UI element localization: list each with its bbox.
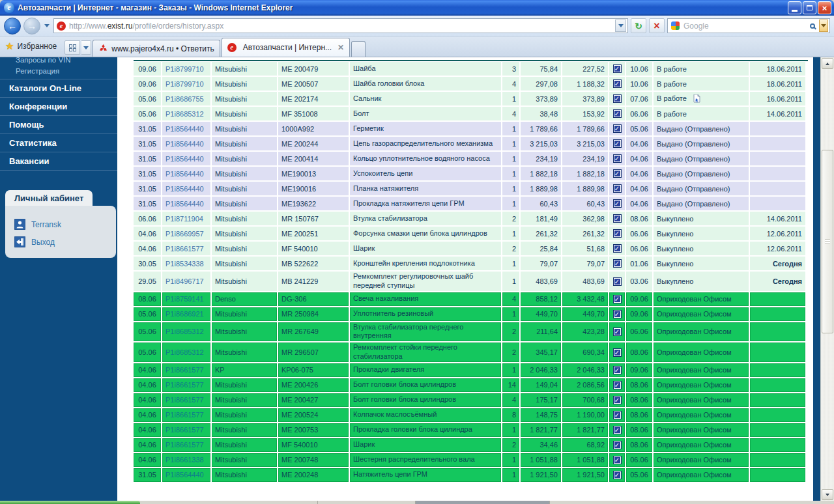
tab-autoparts[interactable]: Автозапчасти | Интерн... ✕ xyxy=(222,38,350,57)
sidebar-item-vin-requests[interactable]: Запросы по VIN xyxy=(0,57,117,66)
back-button[interactable]: ← xyxy=(4,18,21,35)
row-checkbox[interactable] xyxy=(613,184,622,193)
order-number-link[interactable]: P1i8564440 xyxy=(165,155,204,163)
row-checkbox[interactable] xyxy=(613,154,622,163)
order-number-link[interactable]: P1i8496717 xyxy=(165,277,204,285)
sidebar-item-statistics[interactable]: Статистика xyxy=(0,136,117,150)
search-box[interactable]: Google xyxy=(667,18,830,33)
sidebar-item-registration[interactable]: Регистрация xyxy=(0,66,117,77)
row-checkbox[interactable] xyxy=(613,244,622,253)
row-checkbox[interactable] xyxy=(613,328,622,336)
logout-link[interactable]: Выход xyxy=(14,236,116,247)
order-number-link[interactable]: P1i8799710 xyxy=(165,65,204,73)
user-profile-link[interactable]: Terransk xyxy=(14,219,116,230)
order-number-link[interactable]: P1i8661577 xyxy=(165,426,204,434)
close-button[interactable]: × xyxy=(818,1,831,14)
order-number-link[interactable]: P1i8686921 xyxy=(165,310,204,318)
sidebar-item-catalogs[interactable]: Каталоги On-Line xyxy=(0,81,117,95)
row-checkbox[interactable] xyxy=(613,124,622,133)
order-number-link[interactable]: P1i8685312 xyxy=(165,348,204,356)
sidebar-item-conferences[interactable]: Конференции xyxy=(0,100,117,113)
row-checkbox[interactable] xyxy=(613,64,622,73)
forward-button[interactable]: → xyxy=(23,18,40,35)
scroll-up-button[interactable] xyxy=(822,58,833,69)
search-options-button[interactable] xyxy=(819,20,828,32)
cell-ready-date xyxy=(750,438,805,452)
taskbar-button[interactable] xyxy=(317,501,415,504)
row-checkbox[interactable] xyxy=(613,259,622,268)
order-number-link[interactable]: P1i8564440 xyxy=(165,140,204,148)
order-number-link[interactable]: P1i8564440 xyxy=(165,471,204,479)
refresh-button[interactable]: ↻ xyxy=(631,18,646,33)
order-number-link[interactable]: P1i8564440 xyxy=(165,170,204,178)
new-tab-stub[interactable] xyxy=(351,41,366,57)
scrollbar-grip-icon xyxy=(825,239,830,244)
favorites-star-icon[interactable]: ★ xyxy=(5,40,14,52)
order-number-link[interactable]: P1i8759141 xyxy=(165,295,204,303)
row-checkbox[interactable] xyxy=(613,139,622,148)
quick-tabs-button[interactable] xyxy=(65,40,80,55)
order-number-link[interactable]: P1i8661338 xyxy=(165,456,204,464)
row-checkbox[interactable] xyxy=(613,214,622,223)
vertical-scrollbar[interactable] xyxy=(820,57,834,501)
url-text[interactable]: http://www.exist.ru/profile/orders/histo… xyxy=(69,21,615,31)
order-number-link[interactable]: P1i8534338 xyxy=(165,260,204,268)
restore-button[interactable] xyxy=(803,1,816,14)
row-checkbox[interactable] xyxy=(613,169,622,178)
start-button-edge[interactable] xyxy=(0,501,140,504)
order-number-link[interactable]: P1i8686755 xyxy=(165,95,204,103)
row-checkbox[interactable] xyxy=(613,456,622,464)
scrollbar-thumb[interactable] xyxy=(822,150,833,333)
address-dropdown-button[interactable] xyxy=(615,20,626,32)
order-number-link[interactable]: P1i8564440 xyxy=(165,200,204,208)
order-number-link[interactable]: P1i8669957 xyxy=(165,230,204,238)
row-checkbox[interactable] xyxy=(613,295,622,303)
row-checkbox[interactable] xyxy=(613,199,622,208)
taskbar-button[interactable] xyxy=(415,501,549,504)
cell-quantity: 8 xyxy=(502,408,519,422)
row-checkbox[interactable] xyxy=(613,310,622,318)
taskbar-button[interactable] xyxy=(140,501,317,504)
order-number-link[interactable]: P1i8661577 xyxy=(165,366,204,374)
row-checkbox[interactable] xyxy=(613,471,622,479)
order-number-link[interactable]: P1i8564440 xyxy=(165,125,204,133)
favorites-label[interactable]: Избранное xyxy=(17,42,57,51)
order-number-link[interactable]: P1i8685312 xyxy=(165,110,204,118)
minimize-button[interactable] xyxy=(788,1,801,14)
scroll-down-button[interactable] xyxy=(822,489,833,500)
tab-list-button[interactable] xyxy=(81,40,91,55)
row-checkbox[interactable] xyxy=(613,229,622,238)
order-number-link[interactable]: P1i8685312 xyxy=(165,328,204,335)
taskbar-button[interactable] xyxy=(549,501,834,504)
row-checkbox[interactable] xyxy=(613,426,622,434)
row-checkbox[interactable] xyxy=(613,94,622,103)
order-number-link[interactable]: P1i8711904 xyxy=(165,215,203,223)
search-placeholder[interactable]: Google xyxy=(683,21,806,31)
order-number-link[interactable]: P1i8661577 xyxy=(165,411,204,419)
document-icon[interactable] xyxy=(693,94,700,103)
sidebar-item-help[interactable]: Помощь xyxy=(0,118,117,132)
row-checkbox[interactable] xyxy=(613,441,622,449)
row-checkbox[interactable] xyxy=(613,277,622,286)
row-checkbox[interactable] xyxy=(613,109,622,118)
order-number-link[interactable]: P1i8661577 xyxy=(165,441,204,449)
sidebar-item-vacancies[interactable]: Вакансии xyxy=(0,154,117,168)
order-number-link[interactable]: P1i8564440 xyxy=(165,185,204,193)
row-checkbox[interactable] xyxy=(613,348,622,357)
windows-taskbar-edge[interactable] xyxy=(0,501,834,504)
row-checkbox[interactable] xyxy=(613,79,622,88)
row-checkbox[interactable] xyxy=(613,396,622,404)
row-checkbox[interactable] xyxy=(613,411,622,419)
tab-pajero4x4[interactable]: www.pajero4x4.ru • Ответить xyxy=(93,40,220,57)
order-number-link[interactable]: P1i8799710 xyxy=(165,80,204,88)
order-number-link[interactable]: P1i8661577 xyxy=(165,381,204,389)
order-number-link[interactable]: P1i8661577 xyxy=(165,396,204,404)
history-dropdown-icon[interactable] xyxy=(44,24,50,27)
order-number-link[interactable]: P1i8661577 xyxy=(165,245,204,253)
address-field[interactable]: http://www.exist.ru/profile/orders/histo… xyxy=(53,18,628,33)
row-checkbox[interactable] xyxy=(613,366,622,374)
search-go-button[interactable] xyxy=(806,20,819,32)
tab-close-icon[interactable]: ✕ xyxy=(338,43,344,52)
stop-button[interactable]: × xyxy=(649,18,665,33)
row-checkbox[interactable] xyxy=(613,381,622,389)
